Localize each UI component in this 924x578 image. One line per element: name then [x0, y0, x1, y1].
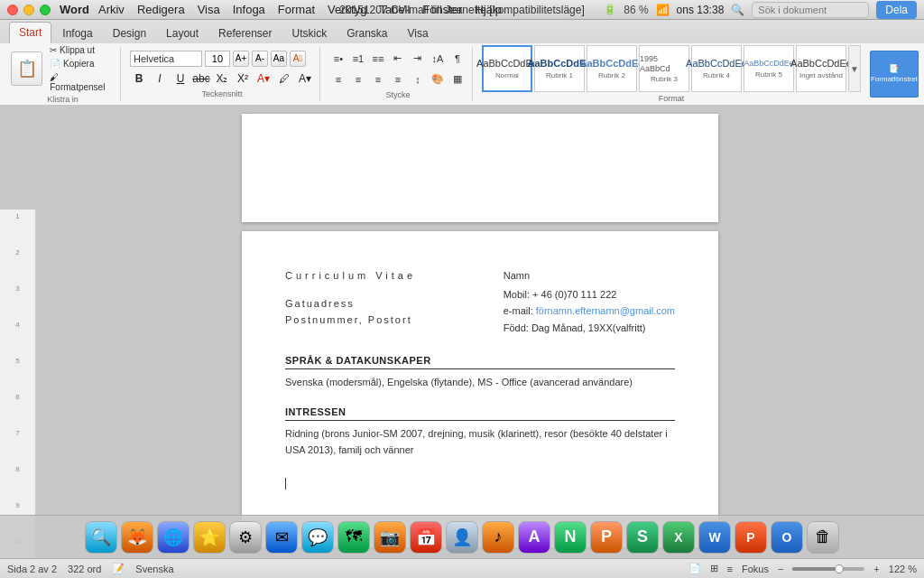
- sort-button[interactable]: ↕A: [429, 50, 447, 68]
- underline-button[interactable]: U: [171, 70, 189, 88]
- gallery-scroll-button[interactable]: ▼: [848, 45, 861, 92]
- align-right-button[interactable]: ≡: [369, 70, 387, 89]
- superscript-button[interactable]: X²: [234, 70, 252, 88]
- indent-decrease-button[interactable]: ⇤: [389, 50, 407, 68]
- cv-email-link[interactable]: förnamn.efternamn@gmail.com: [536, 305, 675, 316]
- style-rubrik1[interactable]: AaBbCcDdEe Rubrik 1: [534, 45, 585, 92]
- dock-excel[interactable]: X: [662, 521, 695, 554]
- cv-section2-content[interactable]: Ridning (brons Junior-SM 2007, drejning,…: [285, 426, 675, 458]
- tab-referenser[interactable]: Referenser: [209, 23, 281, 43]
- focus-label[interactable]: Fokus: [742, 564, 769, 574]
- view-normal-button[interactable]: 📄: [688, 563, 701, 574]
- dock-app3[interactable]: P: [590, 521, 623, 554]
- format-window-button[interactable]: 📑 Formatfönstret: [870, 51, 919, 98]
- indent-increase-button[interactable]: ⇥: [409, 50, 427, 68]
- menu-redigera[interactable]: Redigera: [137, 3, 185, 16]
- dock-word[interactable]: W: [698, 521, 731, 554]
- copy-button[interactable]: 📄 Kopiera: [46, 58, 115, 70]
- search-input[interactable]: [752, 2, 869, 18]
- font-decrease-button[interactable]: A-: [252, 51, 268, 67]
- dock-outlook[interactable]: O: [771, 521, 803, 554]
- minimize-button[interactable]: [23, 5, 34, 15]
- paste-button[interactable]: 📋: [11, 51, 42, 86]
- maximize-button[interactable]: [40, 5, 51, 15]
- status-bar: Sida 2 av 2 322 ord 📝 Svenska 📄 ⊞ ≡ Foku…: [0, 558, 924, 578]
- style-rubrik2[interactable]: AaBbCcDdEe Rubrik 2: [587, 45, 637, 92]
- italic-button[interactable]: I: [151, 70, 169, 88]
- cv-section1-content[interactable]: Svenska (modersmål), Engelska (flytande)…: [285, 375, 675, 391]
- font-case-button[interactable]: Aa: [271, 51, 287, 67]
- line-spacing-button[interactable]: ↕: [409, 70, 427, 89]
- close-button[interactable]: [7, 5, 18, 15]
- style-inget-avstand[interactable]: AaBbCcDdEe Inget avstånd: [796, 45, 846, 92]
- menu-infoga[interactable]: Infoga: [233, 3, 265, 16]
- menu-arkiv[interactable]: Arkiv: [98, 3, 125, 16]
- dock-icon4[interactable]: ⭐: [193, 521, 226, 554]
- dock-finder[interactable]: 🔍: [85, 521, 117, 554]
- border-button[interactable]: ▦: [448, 70, 467, 89]
- view-layout-button[interactable]: ⊞: [710, 563, 718, 574]
- dock-maps[interactable]: 🗺: [337, 521, 370, 554]
- zoom-in-button[interactable]: +: [873, 564, 879, 574]
- style-rubrik5[interactable]: AaBbCcDdEe Rubrik 5: [744, 45, 794, 92]
- dock-firefox[interactable]: 🦊: [121, 521, 153, 554]
- align-center-button[interactable]: ≡: [349, 70, 367, 89]
- dock-messages[interactable]: 💬: [301, 521, 334, 554]
- text-cursor-area[interactable]: [285, 477, 675, 489]
- zoom-out-button[interactable]: −: [778, 564, 783, 574]
- tab-utskick[interactable]: Utskick: [282, 23, 336, 43]
- format-painter-button[interactable]: 🖌 Formatpensel: [46, 71, 115, 93]
- list-ordered-button[interactable]: ≡1: [349, 50, 367, 68]
- tab-start[interactable]: Start: [9, 22, 51, 43]
- ribbon-tabs[interactable]: Start Infoga Design Layout Referenser Ut…: [0, 20, 924, 43]
- style-rubrik3[interactable]: 1995 AaBbCd Rubrik 3: [639, 45, 689, 92]
- menu-visa[interactable]: Visa: [198, 3, 220, 16]
- font-clear-button[interactable]: A⃝: [290, 51, 306, 67]
- zoom-slider[interactable]: [792, 567, 864, 571]
- dock-photos[interactable]: 📷: [374, 521, 406, 554]
- zoom-slider-thumb[interactable]: [835, 564, 844, 573]
- tab-infoga[interactable]: Infoga: [53, 23, 101, 43]
- subscript-button[interactable]: X₂: [213, 70, 231, 88]
- dock-trash[interactable]: 🗑: [807, 521, 839, 554]
- highlight-button[interactable]: 🖊: [275, 70, 293, 88]
- style-normal[interactable]: AaBbCcDdEe Normal: [482, 45, 532, 92]
- text-color-button[interactable]: A▾: [296, 70, 314, 88]
- strikethrough-button[interactable]: abc: [192, 70, 210, 88]
- view-outline-button[interactable]: ≡: [727, 564, 733, 574]
- tab-layout[interactable]: Layout: [157, 23, 208, 43]
- share-button[interactable]: Dela: [876, 1, 917, 19]
- fill-color-button[interactable]: 🎨: [429, 70, 447, 89]
- list-unordered-button[interactable]: ≡•: [329, 50, 347, 68]
- page-stub[interactable]: [242, 114, 718, 222]
- spell-check-icon[interactable]: 📝: [112, 563, 125, 574]
- pilcrow-button[interactable]: ¶: [448, 50, 467, 68]
- menu-format[interactable]: Format: [278, 3, 315, 16]
- dock-icon3[interactable]: 🌐: [157, 521, 189, 554]
- dock-contacts[interactable]: 👤: [446, 521, 478, 554]
- dock-music[interactable]: ♪: [482, 521, 514, 554]
- bold-button[interactable]: B: [130, 70, 148, 88]
- style-rubrik4[interactable]: AaBbCcDdEe Rubrik 4: [691, 45, 742, 92]
- tab-granska[interactable]: Granska: [337, 23, 396, 43]
- font-color-button[interactable]: A▾: [254, 70, 273, 88]
- align-left-button[interactable]: ≡: [329, 70, 347, 89]
- dock-icon5[interactable]: ⚙: [229, 521, 262, 554]
- dock-calendar[interactable]: 📅: [410, 521, 442, 554]
- window-controls[interactable]: [7, 5, 51, 15]
- tab-design[interactable]: Design: [104, 23, 155, 43]
- tab-visa[interactable]: Visa: [399, 23, 438, 43]
- cv-page[interactable]: Curriculum Vitae Gatuadress Postnummer, …: [242, 231, 718, 547]
- dock-app2[interactable]: N: [554, 521, 587, 554]
- dock-app1[interactable]: A: [518, 521, 550, 554]
- font-increase-button[interactable]: A+: [233, 51, 249, 67]
- dock-mail[interactable]: ✉: [265, 521, 298, 554]
- dock-ppt[interactable]: P: [735, 521, 767, 554]
- font-name-input[interactable]: [130, 51, 202, 67]
- font-size-input[interactable]: [205, 51, 230, 67]
- align-justify-button[interactable]: ≡: [389, 70, 407, 89]
- language[interactable]: Svenska: [135, 564, 173, 574]
- list-multilevel-button[interactable]: ≡≡: [369, 50, 387, 68]
- dock-app4[interactable]: S: [626, 521, 659, 554]
- cut-button[interactable]: ✂ Klippa ut: [46, 44, 115, 56]
